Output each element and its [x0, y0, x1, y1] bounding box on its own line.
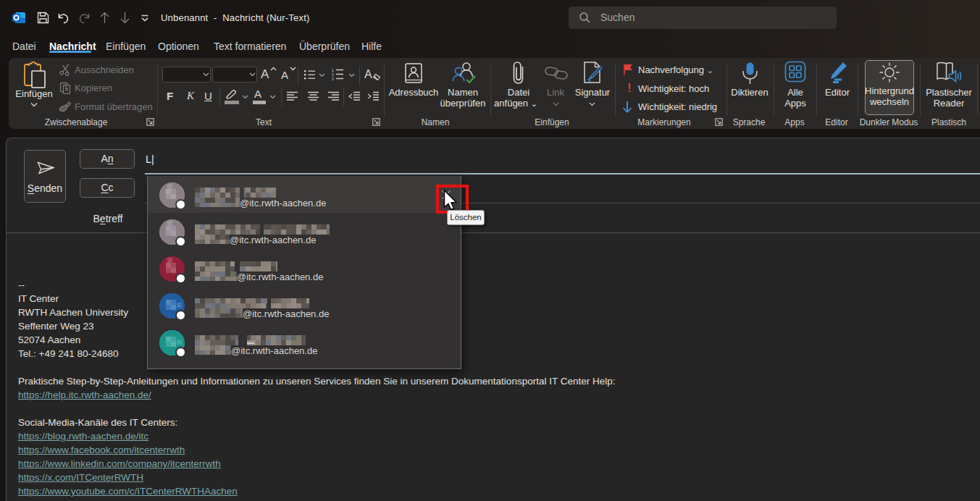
svg-text:3: 3 [332, 77, 334, 81]
